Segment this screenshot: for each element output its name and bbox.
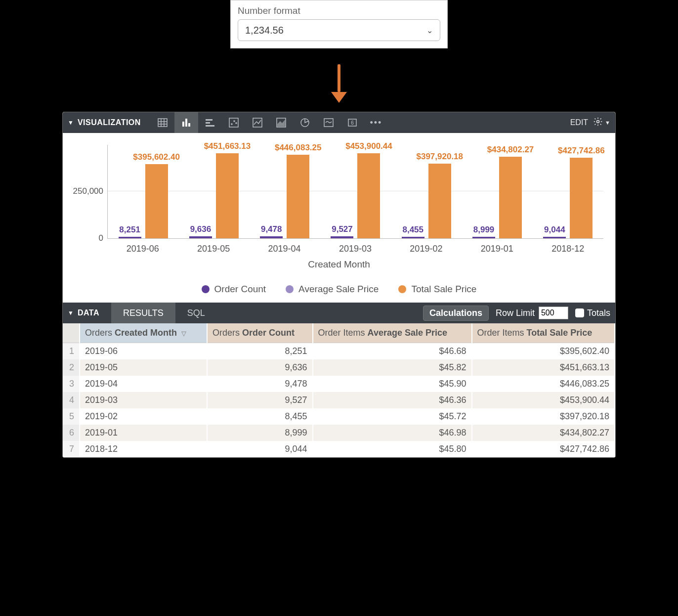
- cell-count[interactable]: 9,044: [207, 441, 313, 457]
- row-number: 3: [63, 376, 80, 392]
- bar-label: $451,663.13: [204, 141, 251, 153]
- bar-label: $395,602.40: [133, 152, 180, 164]
- chart-group: 9,044$427,742.86: [533, 158, 603, 238]
- cell-total[interactable]: $397,920.18: [472, 408, 615, 425]
- cell-avg[interactable]: $46.68: [313, 343, 472, 360]
- table-row: 42019-039,527$46.36$453,900.44: [63, 392, 615, 408]
- totals-checkbox[interactable]: [575, 308, 584, 317]
- cell-month[interactable]: 2019-02: [80, 408, 207, 425]
- tab-results[interactable]: RESULTS: [111, 303, 175, 323]
- bar-order-count[interactable]: 8,455: [402, 237, 424, 238]
- column-header-avg-sale-price[interactable]: Order Items Average Sale Price: [313, 323, 472, 343]
- x-tick-label: 2019-01: [462, 239, 532, 254]
- collapse-icon[interactable]: ▼: [68, 119, 74, 126]
- svg-rect-8: [206, 119, 212, 121]
- cell-total[interactable]: $453,900.44: [472, 392, 615, 408]
- bar-order-count[interactable]: 8,999: [472, 237, 495, 238]
- legend-item[interactable]: Average Sale Price: [286, 284, 379, 295]
- cell-avg[interactable]: $45.80: [313, 441, 472, 457]
- viz-map-icon[interactable]: [317, 112, 340, 133]
- settings-button[interactable]: ▼: [593, 117, 610, 129]
- bar-order-count[interactable]: 9,527: [331, 236, 353, 238]
- cell-total[interactable]: $395,602.40: [472, 343, 615, 360]
- bar-label: 9,044: [544, 225, 565, 237]
- totals-label: Totals: [587, 308, 610, 318]
- viz-single-value-icon[interactable]: 6: [340, 112, 364, 133]
- bar-order-count[interactable]: 9,636: [189, 236, 212, 238]
- svg-text:6: 6: [351, 120, 354, 126]
- cell-month[interactable]: 2019-06: [80, 343, 207, 360]
- explore-panel: ▼ VISUALIZATION: [62, 112, 616, 458]
- column-header-order-count[interactable]: Orders Order Count: [207, 323, 313, 343]
- bar-total-sale-price[interactable]: $397,920.18: [428, 164, 451, 238]
- x-axis-title: Created Month: [75, 259, 603, 270]
- cell-avg[interactable]: $45.90: [313, 376, 472, 392]
- viz-bar-icon[interactable]: [198, 112, 222, 133]
- cell-avg[interactable]: $46.36: [313, 392, 472, 408]
- row-limit-input[interactable]: [539, 307, 568, 319]
- legend-item[interactable]: Order Count: [202, 284, 266, 295]
- cell-month[interactable]: 2019-05: [80, 359, 207, 376]
- cell-avg[interactable]: $45.82: [313, 359, 472, 376]
- column-header-total-sale-price[interactable]: Order Items Total Sale Price: [472, 323, 615, 343]
- bar-total-sale-price[interactable]: $434,802.27: [499, 157, 522, 238]
- calculations-button[interactable]: Calculations: [423, 306, 489, 321]
- svg-marker-17: [278, 121, 285, 126]
- column-header-created-month[interactable]: Orders Created Month ▽: [80, 323, 207, 343]
- bar-total-sale-price[interactable]: $427,742.86: [570, 158, 593, 238]
- y-tick: 0: [99, 233, 103, 243]
- cell-total[interactable]: $427,742.86: [472, 441, 615, 457]
- viz-column-icon[interactable]: [174, 112, 198, 133]
- bar-order-count[interactable]: 9,044: [543, 237, 566, 238]
- svg-rect-10: [206, 125, 214, 127]
- number-format-select[interactable]: 1,234.56 ⌄: [238, 19, 440, 41]
- cell-month[interactable]: 2019-04: [80, 376, 207, 392]
- row-number: 6: [63, 425, 80, 441]
- tab-sql[interactable]: SQL: [175, 303, 217, 323]
- x-tick-label: 2019-02: [391, 239, 462, 254]
- cell-total[interactable]: $434,802.27: [472, 425, 615, 441]
- viz-pie-icon[interactable]: [293, 112, 317, 133]
- viz-area-icon[interactable]: [269, 112, 293, 133]
- viz-table-icon[interactable]: [151, 112, 174, 133]
- cell-count[interactable]: 9,636: [207, 359, 313, 376]
- cell-count[interactable]: 8,999: [207, 425, 313, 441]
- cell-count[interactable]: 8,251: [207, 343, 313, 360]
- svg-point-14: [236, 123, 237, 124]
- viz-type-icons: 6 •••: [151, 112, 388, 133]
- cell-count[interactable]: 9,527: [207, 392, 313, 408]
- bar-label: $446,083.25: [275, 143, 322, 155]
- cell-month[interactable]: 2018-12: [80, 441, 207, 457]
- chevron-down-icon: ▼: [605, 120, 610, 126]
- cell-avg[interactable]: $45.72: [313, 408, 472, 425]
- collapse-icon[interactable]: ▼: [68, 309, 74, 316]
- cell-total[interactable]: $451,663.13: [472, 359, 615, 376]
- table-row: 22019-059,636$45.82$451,663.13: [63, 359, 615, 376]
- cell-avg[interactable]: $46.98: [313, 425, 472, 441]
- bar-order-count[interactable]: 9,478: [260, 236, 283, 238]
- bar-label: 8,251: [119, 225, 140, 237]
- data-table: Orders Created Month ▽ Orders Order Coun…: [63, 323, 615, 457]
- cell-month[interactable]: 2019-01: [80, 425, 207, 441]
- cell-count[interactable]: 9,478: [207, 376, 313, 392]
- gear-icon: [593, 117, 603, 129]
- bar-label: 8,999: [473, 225, 495, 237]
- viz-scatter-icon[interactable]: [222, 112, 246, 133]
- bar-total-sale-price[interactable]: $451,663.13: [216, 153, 239, 238]
- bar-order-count[interactable]: 8,251: [119, 237, 141, 238]
- cell-count[interactable]: 8,455: [207, 408, 313, 425]
- number-format-card: Number format 1,234.56 ⌄: [230, 0, 448, 48]
- bar-total-sale-price[interactable]: $453,900.44: [357, 153, 380, 238]
- table-row: 12019-068,251$46.68$395,602.40: [63, 343, 615, 360]
- cell-total[interactable]: $446,083.25: [472, 376, 615, 392]
- legend-item[interactable]: Total Sale Price: [398, 284, 476, 295]
- cell-month[interactable]: 2019-03: [80, 392, 207, 408]
- viz-more-icon[interactable]: •••: [364, 112, 388, 133]
- bar-total-sale-price[interactable]: $395,602.40: [145, 164, 168, 238]
- number-format-value: 1,234.56: [245, 25, 284, 36]
- edit-button[interactable]: EDIT: [570, 118, 588, 127]
- svg-rect-7: [188, 123, 190, 127]
- table-row: 62019-018,999$46.98$434,802.27: [63, 425, 615, 441]
- bar-total-sale-price[interactable]: $446,083.25: [287, 155, 309, 239]
- viz-line-icon[interactable]: [246, 112, 269, 133]
